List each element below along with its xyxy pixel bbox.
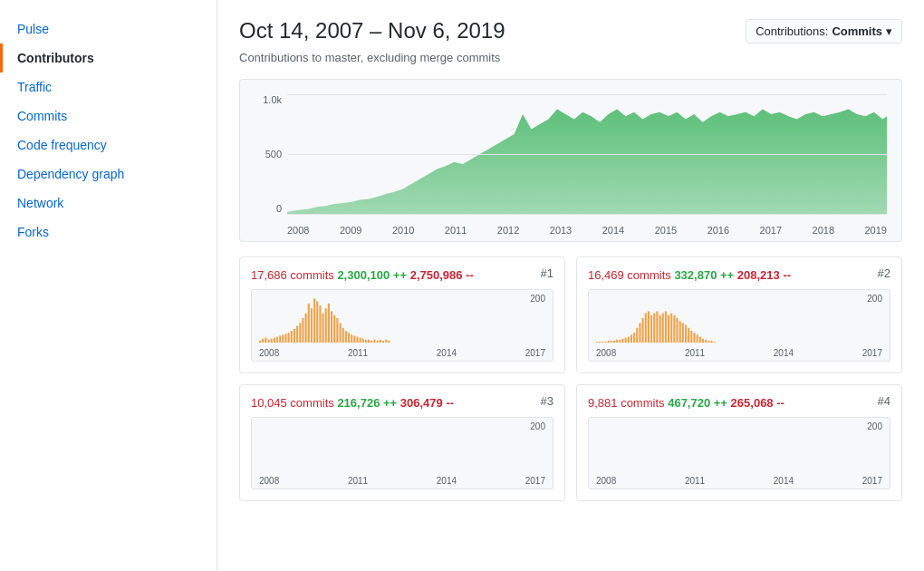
sidebar-item-pulse[interactable]: Pulse [0, 15, 217, 44]
svg-rect-21 [316, 302, 318, 343]
svg-rect-64 [645, 314, 647, 343]
svg-rect-60 [633, 333, 635, 343]
chevron-down-icon: ▾ [886, 24, 892, 38]
svg-rect-55 [619, 340, 621, 343]
y-axis-labels: 1.0k 500 0 [255, 94, 282, 214]
svg-rect-28 [336, 318, 338, 343]
sidebar-item-network[interactable]: Network [0, 189, 217, 218]
card-3-chart: 200 2008 2011 2014 2017 [251, 417, 553, 489]
svg-rect-25 [328, 304, 330, 343]
x-label-2010: 2010 [392, 225, 414, 236]
card-4-chart: 200 2008 2011 2014 2017 [588, 417, 890, 489]
svg-rect-19 [311, 308, 313, 343]
svg-rect-39 [368, 340, 370, 343]
card-1-x-labels: 2008 2011 2014 2017 [259, 348, 545, 358]
card-3-x-2011: 2011 [348, 476, 368, 486]
svg-rect-71 [665, 311, 667, 343]
page-header: Oct 14, 2007 – Nov 6, 2019 Contributions… [239, 18, 902, 44]
card-4-additions: 467,720 ++ [668, 396, 727, 410]
svg-rect-1 [259, 341, 261, 343]
contributor-card-4[interactable]: #4 9,881 commits 467,720 ++ 265,068 -- 2… [576, 384, 902, 501]
card-2-commits: 16,469 commits [588, 268, 671, 282]
svg-rect-4 [267, 340, 269, 343]
contributor-rank-1: #1 [541, 266, 553, 280]
svg-rect-72 [668, 315, 669, 343]
card-2-stats: 16,469 commits 332,870 ++ 208,213 -- [588, 268, 890, 282]
card-4-x-2017: 2017 [862, 476, 882, 486]
x-label-2017: 2017 [760, 225, 782, 236]
sidebar-item-commits[interactable]: Commits [0, 102, 217, 131]
svg-rect-45 [385, 340, 387, 343]
contributor-card-1[interactable]: #1 17,686 commits 2,300,100 ++ 2,750,986… [239, 256, 565, 373]
svg-rect-5 [271, 339, 273, 343]
card-3-x-2017: 2017 [525, 476, 545, 486]
svg-rect-79 [688, 328, 689, 343]
svg-rect-43 [380, 340, 381, 343]
svg-rect-40 [371, 341, 372, 343]
contributor-rank-4: #4 [878, 394, 890, 408]
x-label-2015: 2015 [655, 225, 677, 236]
svg-rect-26 [331, 311, 332, 343]
svg-rect-85 [705, 340, 707, 343]
svg-rect-2 [262, 339, 264, 343]
card-3-x-labels: 2008 2011 2014 2017 [259, 476, 545, 486]
card-4-commits: 9,881 commits [588, 396, 665, 410]
svg-rect-54 [616, 340, 618, 343]
svg-rect-29 [339, 323, 341, 343]
card-4-y-label: 200 [867, 421, 882, 431]
card-3-x-2014: 2014 [437, 476, 457, 486]
svg-rect-88 [714, 342, 716, 343]
svg-rect-75 [676, 318, 678, 343]
svg-rect-49 [602, 342, 603, 343]
svg-rect-53 [613, 341, 615, 343]
card-2-deletions: 208,213 -- [737, 268, 791, 282]
svg-rect-15 [299, 323, 301, 343]
svg-rect-81 [693, 333, 695, 343]
svg-rect-51 [608, 341, 610, 343]
svg-rect-86 [707, 341, 709, 343]
date-range: Oct 14, 2007 – Nov 6, 2019 [239, 18, 505, 44]
card-1-x-2014: 2014 [437, 348, 457, 358]
svg-rect-9 [282, 334, 284, 343]
card-2-x-2008: 2008 [596, 348, 616, 358]
svg-rect-68 [656, 311, 658, 343]
x-label-2014: 2014 [602, 225, 624, 236]
svg-rect-58 [628, 337, 630, 343]
main-chart-svg-area [287, 94, 887, 214]
x-label-2009: 2009 [340, 225, 361, 236]
card-4-x-2011: 2011 [685, 476, 705, 486]
card-1-x-2017: 2017 [525, 348, 545, 358]
subtitle: Contributions to master, excluding merge… [239, 51, 902, 64]
svg-rect-18 [308, 304, 310, 343]
y-label-top: 1.0k [263, 94, 282, 105]
sidebar-item-code-frequency[interactable]: Code frequency [0, 131, 217, 160]
x-label-2011: 2011 [445, 225, 467, 236]
svg-rect-20 [313, 298, 315, 343]
svg-rect-41 [373, 340, 375, 343]
sidebar-item-contributors[interactable]: Contributors [0, 44, 217, 73]
svg-rect-57 [625, 338, 627, 343]
card-3-deletions: 306,479 -- [400, 396, 454, 410]
card-2-additions: 332,870 ++ [674, 268, 734, 282]
card-4-x-2008: 2008 [596, 476, 616, 486]
svg-rect-11 [288, 333, 290, 343]
svg-rect-6 [274, 338, 275, 343]
contributor-rank-2: #2 [878, 266, 890, 280]
card-2-svg [596, 294, 882, 343]
svg-rect-24 [325, 308, 327, 343]
sidebar-item-traffic[interactable]: Traffic [0, 73, 217, 102]
sidebar-item-dependency-graph[interactable]: Dependency graph [0, 160, 217, 189]
contributions-dropdown[interactable]: Contributions: Commits ▾ [746, 19, 902, 44]
svg-rect-23 [322, 314, 324, 343]
card-1-deletions: 2,750,986 -- [410, 268, 474, 282]
card-4-deletions: 265,068 -- [731, 396, 784, 410]
svg-rect-31 [345, 331, 347, 343]
contributor-card-2[interactable]: #2 16,469 commits 332,870 ++ 208,213 -- … [576, 256, 902, 373]
svg-rect-74 [673, 315, 675, 343]
contributor-card-3[interactable]: #3 10,045 commits 216,726 ++ 306,479 -- … [239, 384, 565, 501]
svg-rect-84 [702, 339, 704, 343]
main-content: Oct 14, 2007 – Nov 6, 2019 Contributions… [217, 0, 924, 571]
sidebar-item-forks[interactable]: Forks [0, 218, 217, 247]
card-1-stats: 17,686 commits 2,300,100 ++ 2,750,986 -- [251, 268, 553, 282]
card-3-y-label: 200 [530, 421, 545, 431]
